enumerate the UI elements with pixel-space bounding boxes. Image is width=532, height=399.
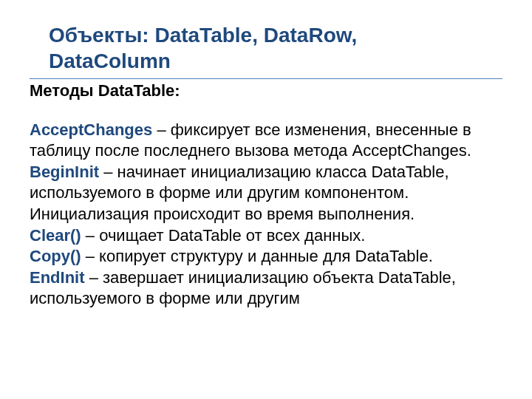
method-name: Copy()	[30, 247, 81, 265]
method-desc: – завершает инициализацию объекта DataTa…	[30, 268, 456, 308]
method-item: Clear() – очищает DataTable от всех данн…	[30, 225, 502, 247]
method-item: Copy() – копирует структуру и данные для…	[30, 246, 502, 267]
slide-title: Объекты: DataTable, DataRow, DataColumn	[49, 22, 483, 74]
method-desc: – очищает DataTable от всех данных.	[81, 226, 366, 245]
method-name: EndInit	[30, 268, 85, 287]
method-desc: – копирует структуру и данные для DataTa…	[81, 247, 433, 265]
method-name: BeginInit	[30, 163, 99, 181]
method-item: BeginInit – начинает инициализацию класс…	[30, 162, 502, 225]
method-item: AcceptChanges – фиксирует все изменения,…	[30, 120, 502, 162]
method-name: Clear()	[30, 226, 81, 245]
method-item: EndInit – завершает инициализацию объект…	[30, 267, 502, 310]
body-block: Методы DataTable: AcceptChanges – фиксир…	[30, 81, 502, 310]
method-name: AcceptChanges	[30, 120, 152, 139]
subheading: Методы DataTable:	[30, 81, 502, 102]
slide: Объекты: DataTable, DataRow, DataColumn …	[0, 0, 532, 310]
title-block: Объекты: DataTable, DataRow, DataColumn	[30, 22, 502, 79]
